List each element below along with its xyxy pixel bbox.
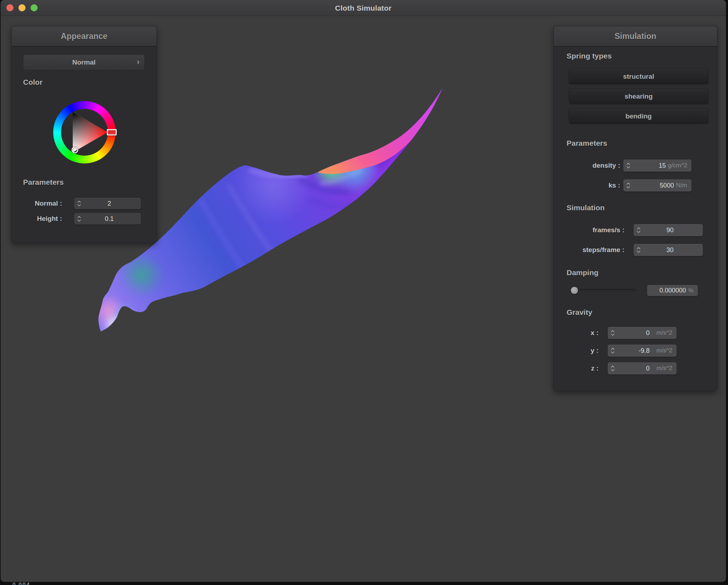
spring-types-label: Spring types [567, 52, 612, 60]
steps-label: steps/frame : [554, 246, 624, 254]
density-unit: g/cm^2 [668, 162, 687, 169]
spring-shearing-button[interactable]: shearing [569, 89, 708, 104]
normal-param-value: 2 [82, 200, 137, 207]
gravity-y-value: -9.8 [616, 347, 652, 355]
frames-row: frames/s : 90 [554, 224, 718, 236]
app-window: Cloth Simulator Appearance Normal › Colo… [1, 0, 726, 582]
spring-structural-label: structural [623, 73, 654, 80]
gravity-z-unit: m/s^2 [652, 365, 672, 372]
damping-label: Damping [567, 268, 599, 277]
frames-label: frames/s : [554, 226, 624, 234]
stepper-up-down-icon[interactable] [611, 347, 616, 354]
gravity-y-field[interactable]: -9.8 m/s^2 [607, 344, 677, 357]
steps-value: 30 [641, 246, 699, 254]
ks-unit: N/m [676, 182, 687, 189]
height-param-row: Height : 0.1 [12, 213, 157, 225]
gravity-y-label: y : [554, 347, 599, 355]
ks-row: ks : 5000 N/m [554, 179, 718, 192]
simulation-panel: Simulation Spring types structural shear… [553, 26, 717, 391]
color-label: Color [23, 78, 43, 87]
spring-bending-button[interactable]: bending [569, 108, 708, 124]
height-param-value: 0.1 [82, 215, 137, 223]
clipped-bottom-text: 0.004 [12, 582, 30, 585]
height-param-field[interactable]: 0.1 [74, 213, 141, 225]
ks-label: ks : [554, 182, 620, 189]
stepper-up-down-icon[interactable] [626, 162, 631, 169]
spring-structural-button[interactable]: structural [569, 69, 708, 84]
spring-bending-label: bending [625, 112, 652, 120]
density-field[interactable]: 15 g/cm^2 [623, 159, 692, 172]
frames-field[interactable]: 90 [633, 224, 703, 236]
stepper-up-down-icon[interactable] [611, 365, 616, 372]
normal-param-label: Normal : [12, 200, 62, 207]
normal-param-field[interactable]: 2 [74, 197, 141, 210]
stepper-up-down-icon[interactable] [611, 329, 616, 336]
gravity-x-unit: m/s^2 [652, 329, 672, 336]
gravity-y-unit: m/s^2 [652, 347, 672, 354]
density-row: density : 15 g/cm^2 [554, 159, 718, 172]
simulation-panel-title: Simulation [554, 26, 717, 47]
ks-field[interactable]: 5000 N/m [623, 179, 692, 192]
gravity-x-value: 0 [616, 329, 652, 337]
screenshot-stage: Cloth Simulator Appearance Normal › Colo… [0, 0, 728, 585]
hue-selector[interactable] [107, 129, 117, 135]
gravity-x-row: x : 0 m/s^2 [554, 327, 718, 339]
gravity-z-row: z : 0 m/s^2 [554, 362, 718, 375]
appearance-panel-title: Appearance [12, 26, 156, 47]
density-value: 15 [631, 162, 668, 169]
normal-param-row: Normal : 2 [12, 197, 157, 210]
density-label: density : [554, 162, 620, 169]
stepper-up-down-icon[interactable] [77, 215, 82, 222]
appearance-panel: Appearance Normal › Color [11, 26, 157, 243]
stepper-up-down-icon[interactable] [626, 182, 631, 189]
appearance-parameters-label: Parameters [23, 178, 64, 186]
damping-slider-track[interactable] [570, 289, 636, 292]
stepper-up-down-icon[interactable] [77, 200, 82, 207]
damping-value: 0.000000 [650, 287, 688, 294]
spring-shearing-label: shearing [624, 93, 652, 100]
sim-parameters-label: Parameters [567, 139, 607, 147]
window-title: Cloth Simulator [1, 0, 726, 16]
ks-value: 5000 [631, 182, 676, 189]
titlebar[interactable]: Cloth Simulator [1, 0, 726, 16]
damping-slider-knob[interactable] [570, 286, 578, 294]
steps-row: steps/frame : 30 [554, 244, 718, 256]
gravity-x-field[interactable]: 0 m/s^2 [607, 327, 677, 339]
stepper-up-down-icon[interactable] [636, 227, 641, 234]
color-wheel[interactable] [53, 101, 116, 163]
shader-dropdown[interactable]: Normal › [23, 55, 145, 70]
gravity-label: Gravity [567, 308, 592, 317]
gravity-z-field[interactable]: 0 m/s^2 [607, 362, 677, 375]
gravity-z-value: 0 [616, 365, 652, 372]
chevron-right-icon: › [137, 57, 139, 67]
steps-field[interactable]: 30 [633, 244, 703, 256]
shader-dropdown-value: Normal [72, 58, 95, 66]
frames-value: 90 [641, 227, 699, 234]
gravity-y-row: y : -9.8 m/s^2 [554, 344, 718, 357]
sim-simulation-label: Simulation [567, 204, 605, 212]
gravity-z-label: z : [554, 364, 599, 372]
damping-field[interactable]: 0.000000 % [647, 285, 698, 296]
height-param-label: Height : [12, 215, 62, 223]
stepper-up-down-icon[interactable] [636, 246, 641, 254]
damping-unit: % [688, 287, 694, 294]
sv-triangle[interactable] [53, 101, 116, 163]
gravity-x-label: x : [554, 329, 599, 337]
